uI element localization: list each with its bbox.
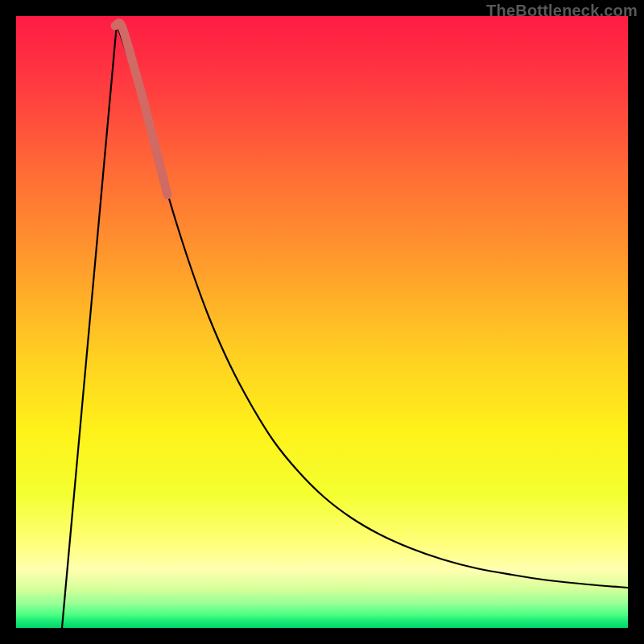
plot-area — [16, 16, 628, 628]
chart-frame: TheBottleneck.com — [0, 0, 644, 644]
series-accent-segment — [115, 23, 167, 195]
series-left-line — [62, 24, 117, 628]
curve-layer — [16, 16, 628, 628]
series-right-curve — [117, 24, 628, 588]
watermark-text: TheBottleneck.com — [486, 2, 638, 20]
